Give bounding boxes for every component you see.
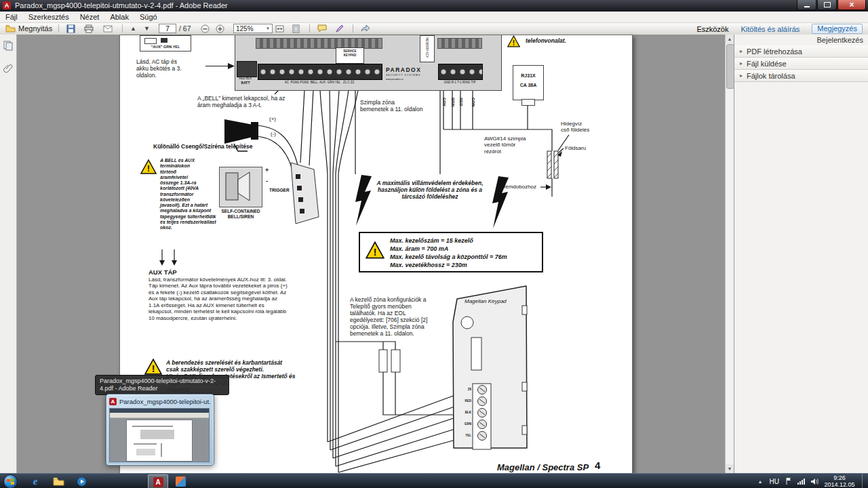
- keypad-terminal-yel: YEL: [455, 434, 471, 437]
- taskbar-tooltip: Paradox_mgsp4000-telepitoi-utmutato-v-2-…: [95, 375, 229, 395]
- siren-icon: [220, 167, 260, 205]
- menu-help[interactable]: Súgó: [134, 13, 163, 21]
- menu-edit[interactable]: Szerkesztés: [23, 13, 75, 21]
- toolbar-separator: [353, 24, 353, 33]
- fit-width-button[interactable]: [275, 24, 284, 33]
- preview-title: Paradox_mgsp4000-telepitoi-ut...: [119, 398, 211, 405]
- clock[interactable]: 9:26 2014.12.05: [821, 474, 858, 488]
- doc-zone-note: Szimpla zóna bemenetek a 11. oldalon: [360, 99, 441, 113]
- zoom-out-icon: [201, 24, 210, 33]
- windows-logo-icon: [7, 479, 14, 485]
- svg-text:!: !: [373, 246, 376, 258]
- sign-in-button[interactable]: Bejelentkezés: [817, 36, 864, 44]
- minimize-button[interactable]: [797, 0, 816, 10]
- desktop: A Paradox_mgsp4000-telepitoi-utmutato-v-…: [0, 0, 868, 488]
- fit-width-icon: [275, 24, 284, 33]
- menu-window[interactable]: Ablak: [104, 13, 134, 21]
- taskbar-thumbnail-preview[interactable]: A Paradox_mgsp4000-telepitoi-ut...: [106, 394, 214, 466]
- svg-text:!: !: [147, 163, 150, 174]
- share-button[interactable]: [361, 24, 370, 33]
- chevron-right-icon: ▸: [740, 60, 743, 66]
- warning-icon: !: [507, 35, 520, 50]
- ground-rod: [547, 151, 558, 178]
- action-center-flag-icon[interactable]: [785, 477, 793, 485]
- save-icon: [66, 24, 75, 33]
- email-button[interactable]: [103, 24, 113, 33]
- panel-item-label: Fájlok tárolása: [747, 72, 795, 80]
- doc-bell-title: Különálló Csengő/Szíréna telepítése: [153, 143, 269, 150]
- pcb-connector-row: [437, 38, 482, 49]
- bell-siren-unit: [219, 167, 262, 207]
- page-number-input[interactable]: [159, 24, 176, 33]
- doc-awg-note: AWG#14 szimpla vezető tömör rézdrót: [484, 136, 542, 155]
- network-icon[interactable]: [797, 478, 806, 485]
- svg-text:!: !: [152, 363, 155, 374]
- vertical-scrollbar: ▲ ▼: [725, 35, 734, 473]
- print-button[interactable]: [84, 24, 94, 33]
- preview-thumbnail[interactable]: [109, 408, 210, 462]
- fit-page-icon: [292, 24, 300, 33]
- sign-pen-button[interactable]: [335, 24, 344, 33]
- language-indicator[interactable]: HU: [770, 478, 779, 485]
- maximize-icon: [824, 2, 831, 7]
- paradox-brand-sub: SECURITY SYSTEMS: [386, 74, 436, 77]
- doc-term-minus: -: [266, 178, 268, 185]
- ie-icon: e: [33, 476, 38, 487]
- menu-view[interactable]: Nézet: [75, 13, 105, 21]
- previous-page-button[interactable]: ▲: [130, 24, 136, 33]
- doc-term-plus: +: [265, 167, 269, 174]
- adobe-reader-icon: A: [153, 477, 163, 487]
- comment-bubble-button[interactable]: [317, 24, 327, 33]
- doc-minus: (-): [271, 131, 276, 137]
- media-player-icon: [77, 476, 87, 487]
- save-button[interactable]: [66, 24, 75, 33]
- taskbar-app-button[interactable]: [171, 474, 190, 488]
- panel-item-store-files[interactable]: ▸ Fájlok tárolása: [734, 70, 868, 82]
- close-button[interactable]: ×: [837, 0, 866, 10]
- comment-pane-button[interactable]: Megjegyzés: [812, 24, 863, 34]
- rj31x-label: RJ31X CA 38A: [513, 71, 543, 90]
- maximize-button[interactable]: [817, 0, 837, 10]
- chevron-right-icon: ▸: [740, 73, 743, 79]
- tools-button[interactable]: Eszközök: [696, 25, 728, 33]
- open-button[interactable]: Megnyitás: [5, 24, 52, 33]
- hidden-icons-button[interactable]: ▲: [758, 479, 763, 484]
- volume-icon[interactable]: [810, 478, 818, 485]
- page-thumbnails-button[interactable]: [3, 40, 14, 51]
- doc-note-bell: A „BELL” kimenet lekapcsol, ha az áram m…: [197, 95, 296, 108]
- panel-item-send-file[interactable]: ▸ Fájl küldése: [734, 58, 868, 70]
- aux-connector-box: "AUX" GRN YEL: [140, 35, 191, 52]
- taskbar-explorer-button[interactable]: [49, 474, 68, 488]
- zoom-in-button[interactable]: [216, 24, 224, 33]
- scroll-up-button[interactable]: ▲: [726, 35, 734, 43]
- wire-color-grn: GRN: [471, 98, 475, 106]
- doc-aux-title: AUX TÁP: [149, 268, 177, 276]
- start-button[interactable]: [3, 474, 18, 488]
- battery-connector: [237, 61, 257, 77]
- show-desktop-button[interactable]: [862, 474, 868, 488]
- fit-page-button[interactable]: [292, 24, 300, 33]
- menu-file[interactable]: Fájl: [0, 13, 23, 21]
- doc-trigger: TRIGGER: [269, 188, 290, 193]
- open-label: Megnyitás: [18, 24, 52, 33]
- pen-icon: [335, 24, 344, 33]
- scroll-down-button[interactable]: ▼: [726, 464, 734, 473]
- wire-color-red: RED: [458, 98, 463, 106]
- zoom-out-button[interactable]: [201, 24, 210, 33]
- next-page-button[interactable]: ▼: [144, 24, 150, 33]
- close-icon: ×: [849, 1, 854, 8]
- taskbar-ie-button[interactable]: e: [26, 474, 45, 488]
- battery-label: BATT: [235, 81, 256, 85]
- fill-sign-button[interactable]: Kitöltés és aláírás: [741, 25, 800, 33]
- doc-max-box: Max. kezelőszám = 15 kezelő Max. áram = …: [390, 237, 538, 269]
- doc-keypad-note: A kezelő zóna konfigurációk a Telepítő g…: [350, 296, 442, 337]
- zoom-select[interactable]: 125% ▼: [233, 24, 273, 33]
- attachments-button[interactable]: ke-width="1.4"/>: [3, 63, 14, 74]
- taskbar-adobe-reader-button[interactable]: A: [148, 474, 168, 488]
- panel-item-create-pdf[interactable]: ▸ PDF létrehozása: [734, 45, 868, 58]
- paperclip-icon: ke-width="1.4"/>: [3, 63, 14, 74]
- taskbar-media-button[interactable]: [72, 474, 91, 488]
- taskbar: e A ▲ HU 9:26 2014.12.05: [0, 473, 868, 488]
- wire-color-gry: GRY: [441, 98, 446, 106]
- zone-sensors: [379, 350, 400, 372]
